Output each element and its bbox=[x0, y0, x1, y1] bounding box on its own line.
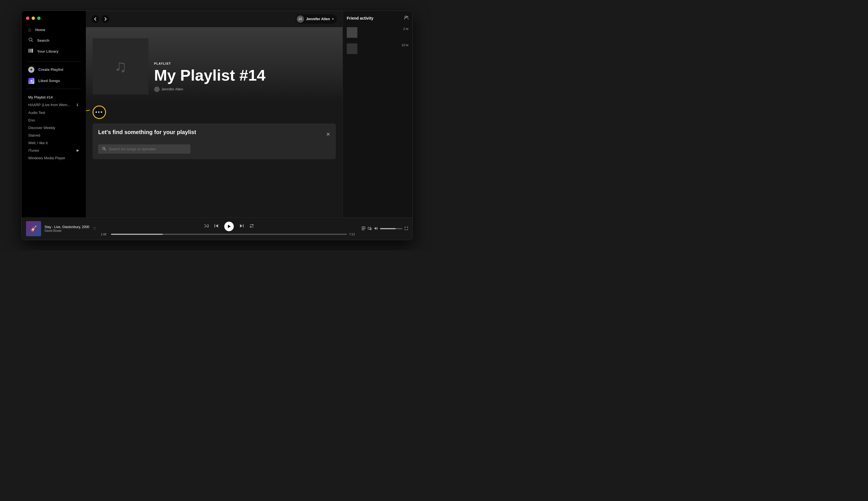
liked-songs-icon: ♥ bbox=[28, 78, 34, 84]
progress-bar[interactable] bbox=[111, 234, 347, 235]
sidebar-divider-2 bbox=[26, 89, 81, 89]
friend-activity-header: Friend activity bbox=[343, 11, 413, 24]
forward-button[interactable] bbox=[101, 15, 109, 23]
right-panel: Friend activity 2 hr bbox=[342, 11, 413, 217]
svg-point-7 bbox=[103, 147, 105, 149]
volume-icon[interactable] bbox=[374, 226, 378, 231]
search-icon-small bbox=[102, 147, 106, 151]
content-area: JA Jennifer Allen ▾ ♫ PLAYLIST My Playli… bbox=[86, 11, 342, 217]
more-options-button[interactable]: ••• bbox=[92, 106, 106, 119]
download-icon: ⬇ bbox=[76, 103, 79, 107]
find-section-header: Let's find something for your playlist ✕ bbox=[98, 129, 330, 140]
user-avatar: JA bbox=[297, 15, 304, 23]
back-button[interactable] bbox=[91, 15, 99, 23]
fullscreen-icon[interactable] bbox=[405, 227, 408, 231]
queue-icon[interactable] bbox=[362, 226, 365, 231]
friend-activity-icon[interactable] bbox=[404, 15, 408, 21]
svg-rect-4 bbox=[31, 49, 33, 53]
heart-button[interactable]: ♡ bbox=[93, 226, 97, 231]
sidebar: ⌂ Home Search bbox=[22, 11, 86, 217]
playlist-header: ♫ PLAYLIST My Playlist #14 Jennifer Alle… bbox=[86, 27, 342, 101]
content-scroll[interactable]: ♫ PLAYLIST My Playlist #14 Jennifer Alle… bbox=[86, 27, 342, 217]
repeat-button[interactable] bbox=[250, 224, 254, 229]
sidebar-item-home[interactable]: ⌂ Home bbox=[24, 25, 84, 35]
previous-button[interactable] bbox=[214, 224, 219, 229]
play-pause-button[interactable] bbox=[224, 222, 234, 231]
topbar: JA Jennifer Allen ▾ bbox=[86, 11, 342, 27]
sidebar-nav: ⌂ Home Search bbox=[22, 22, 86, 59]
time-total: 7:13 bbox=[349, 233, 357, 236]
progress-fill bbox=[111, 234, 163, 235]
find-section: Let's find something for your playlist ✕ bbox=[92, 124, 336, 159]
sidebar-item-library[interactable]: Your Library bbox=[24, 46, 84, 56]
find-section-title: Let's find something for your playlist bbox=[98, 129, 196, 136]
playlist-item-my-playlist-14[interactable]: My Playlist #14 bbox=[22, 94, 86, 101]
progress-area: 1:48 7:13 bbox=[101, 233, 357, 236]
playlist-item-eno[interactable]: Eno bbox=[22, 116, 86, 124]
svg-rect-14 bbox=[362, 228, 365, 229]
owner-avatar bbox=[154, 86, 160, 92]
nav-buttons bbox=[91, 15, 109, 23]
shuffle-button[interactable] bbox=[204, 224, 209, 229]
music-note-icon: ♫ bbox=[114, 56, 127, 76]
playlist-item-starred[interactable]: Starred bbox=[22, 131, 86, 139]
chevron-down-icon: ▾ bbox=[332, 17, 333, 20]
friend-item-1: 2 hr bbox=[343, 24, 413, 41]
user-menu[interactable]: JA Jennifer Allen ▾ bbox=[296, 14, 337, 24]
playlist-item-itunes[interactable]: iTunes ▶ bbox=[22, 147, 86, 154]
create-playlist-button[interactable]: + Create Playlist bbox=[24, 65, 84, 75]
playlist-owner: Jennifer Allen bbox=[161, 87, 183, 91]
extra-controls bbox=[362, 226, 372, 231]
find-section-close-button[interactable]: ✕ bbox=[326, 131, 330, 137]
volume-area bbox=[362, 226, 408, 231]
track-thumb-img: 🎸 bbox=[26, 221, 41, 236]
friend-item-2: 13 hr bbox=[343, 41, 413, 57]
minimize-button[interactable] bbox=[32, 17, 35, 20]
sidebar-item-label: Home bbox=[35, 28, 45, 32]
playlist-type-label: PLAYLIST bbox=[154, 62, 336, 65]
sidebar-item-search[interactable]: Search bbox=[24, 35, 84, 46]
playlist-item-discover-weekly[interactable]: Discover Weekly bbox=[22, 124, 86, 131]
track-name: Stay - Live, Glastonbury, 2000 bbox=[44, 225, 89, 229]
playlist-item-well-i-like-it[interactable]: Well, I like it. bbox=[22, 139, 86, 147]
svg-point-10 bbox=[407, 16, 408, 17]
sidebar-item-label: Your Library bbox=[37, 49, 58, 53]
player-bar: 🎸 Stay - Live, Glastonbury, 2000 David B… bbox=[22, 217, 413, 240]
close-icon: ✕ bbox=[326, 131, 330, 137]
svg-line-5 bbox=[86, 110, 90, 116]
control-buttons bbox=[204, 222, 254, 231]
devices-icon[interactable] bbox=[368, 226, 372, 231]
sidebar-divider bbox=[26, 62, 81, 62]
search-box[interactable] bbox=[98, 145, 190, 154]
close-button[interactable] bbox=[26, 17, 29, 20]
svg-rect-15 bbox=[362, 230, 364, 230]
time-current: 1:48 bbox=[101, 233, 109, 236]
svg-rect-2 bbox=[29, 49, 29, 53]
playlist-info: PLAYLIST My Playlist #14 Jennifer Allen bbox=[154, 62, 336, 94]
svg-rect-11 bbox=[215, 224, 215, 227]
player-controls: 1:48 7:13 bbox=[101, 222, 357, 236]
home-icon: ⌂ bbox=[28, 27, 31, 33]
library-icon bbox=[28, 48, 33, 55]
svg-point-9 bbox=[405, 16, 407, 18]
svg-line-8 bbox=[105, 149, 106, 150]
now-playing: 🎸 Stay - Live, Glastonbury, 2000 David B… bbox=[26, 221, 97, 236]
friend-album-art-1 bbox=[347, 27, 358, 38]
app-window: ⌂ Home Search bbox=[21, 11, 413, 240]
playlist-item-windows-media-player[interactable]: Windows Media Player bbox=[22, 154, 86, 162]
friend-time-1: 2 hr bbox=[403, 27, 408, 31]
playlist-item-audio-test[interactable]: Audio Test bbox=[22, 109, 86, 116]
playlist-item-haarp[interactable]: HAARP (Live from Wem... ⬇ bbox=[22, 101, 86, 109]
window-controls bbox=[22, 13, 86, 22]
next-button[interactable] bbox=[239, 224, 244, 229]
friend-activity-title: Friend activity bbox=[347, 16, 373, 20]
user-name: Jennifer Allen bbox=[306, 17, 330, 21]
liked-songs-button[interactable]: ♥ Liked Songs bbox=[24, 76, 84, 86]
maximize-button[interactable] bbox=[37, 17, 41, 20]
create-playlist-label: Create Playlist bbox=[38, 67, 64, 72]
user-avatar-initials: JA bbox=[298, 17, 302, 21]
arrow-right-icon: ▶ bbox=[77, 148, 79, 152]
volume-bar[interactable] bbox=[380, 228, 403, 229]
song-search-input[interactable] bbox=[109, 147, 187, 151]
liked-songs-label: Liked Songs bbox=[38, 79, 60, 83]
